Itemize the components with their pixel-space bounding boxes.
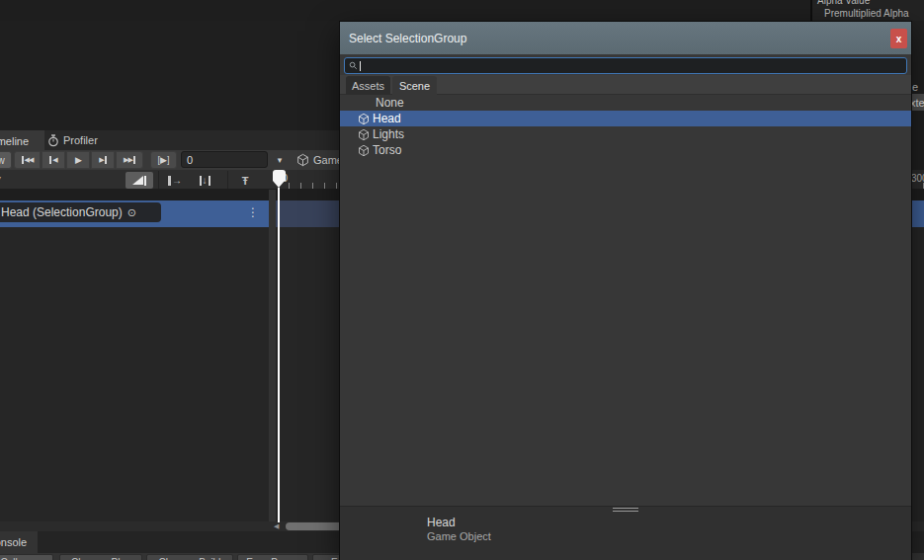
object-picker-icon[interactable]: ⊙ <box>127 206 136 219</box>
tab-assets[interactable]: Assets <box>346 76 390 95</box>
ruler-label-300: 300 <box>911 173 924 184</box>
track-name-label: Head (SelectionGroup) <box>1 205 123 219</box>
pin-icon: Ŧ <box>242 175 249 187</box>
tab-timeline-label: Timeline <box>0 135 29 147</box>
toolbar-separator <box>158 171 159 189</box>
go-to-end-button[interactable]: ▶▶ <box>116 151 143 169</box>
play-range-icon: [▶] <box>158 155 170 165</box>
frame-number-value: 0 <box>187 154 193 166</box>
select-selectiongroup-dialog: Select SelectionGroup x Assets Scene Non… <box>339 21 912 560</box>
tab-timeline[interactable]: Timeline <box>0 130 44 151</box>
list-item-label: Head <box>373 112 401 125</box>
track-name-field[interactable]: Head (SelectionGroup) ⊙ <box>0 202 161 222</box>
list-item-torso[interactable]: Torso <box>340 142 911 158</box>
previous-frame-icon: ◀ <box>49 156 56 164</box>
preview-resize-handle[interactable] <box>613 508 638 514</box>
marker-pin-button[interactable]: Ŧ <box>233 172 257 189</box>
go-to-end-icon: ▶▶ <box>124 156 135 164</box>
cube-icon <box>296 153 309 167</box>
preview-toggle-label: Preview <box>0 155 5 166</box>
console-error-pause-button[interactable]: Error Pause <box>237 554 308 560</box>
play-icon: ▶ <box>75 155 81 165</box>
menu-item-alpha-value[interactable]: Alpha Value <box>817 0 870 6</box>
timeline-splitter[interactable] <box>269 190 276 521</box>
tab-console-label: Console <box>0 536 27 548</box>
close-icon: x <box>896 34 902 44</box>
playhead-marker[interactable] <box>273 170 286 188</box>
replace-mode-button[interactable]: ↓ <box>190 172 219 189</box>
next-frame-button[interactable]: ▶ <box>91 151 115 169</box>
search-input[interactable] <box>363 60 902 72</box>
stopwatch-icon <box>47 134 59 147</box>
go-to-start-button[interactable]: ◀◀ <box>14 151 41 169</box>
close-button[interactable]: x <box>890 29 907 48</box>
tab-profiler-label: Profiler <box>63 134 98 146</box>
frame-options-dropdown[interactable]: ▾ <box>271 151 289 169</box>
ripple-mode-icon <box>168 176 171 186</box>
object-list: None Head Lights Torso <box>340 95 911 506</box>
console-clear-on-build-button[interactable]: Clear on Build <box>146 554 233 560</box>
replace-mode-icon <box>200 176 202 186</box>
go-to-start-icon: ◀◀ <box>22 156 34 164</box>
previous-frame-button[interactable]: ◀ <box>42 151 65 169</box>
text-cursor <box>360 61 361 71</box>
mix-mode-button[interactable] <box>126 172 153 189</box>
preview-panel: Head Game Object <box>340 506 911 560</box>
frame-number-field[interactable]: 0 <box>181 151 268 168</box>
ripple-mode-button[interactable]: → <box>162 172 188 189</box>
toolbar-separator <box>227 171 228 189</box>
gameobject-cube-icon <box>358 128 370 141</box>
list-item-label: Lights <box>373 127 404 141</box>
right-edge-text-e: e <box>912 81 918 93</box>
dialog-title: Select SelectionGroup <box>349 32 466 45</box>
menu-item-premultiplied-alpha[interactable]: Premultiplied Alpha <box>824 8 909 19</box>
list-item-lights[interactable]: Lights <box>340 126 911 142</box>
chevron-down-icon: ▾ <box>278 155 283 165</box>
list-item-label: Torso <box>373 143 401 157</box>
list-item-head[interactable]: Head <box>340 111 911 126</box>
play-button[interactable]: ▶ <box>66 151 90 169</box>
preview-object-name: Head <box>427 516 456 529</box>
gameobject-cube-icon <box>358 113 370 125</box>
tab-assets-label: Assets <box>352 80 384 92</box>
right-edge-text-xte: xte <box>910 97 924 109</box>
search-icon <box>349 61 358 70</box>
preview-toggle-button[interactable]: Preview <box>0 151 12 169</box>
track-header-selected[interactable]: Head (SelectionGroup) ⊙ ⋮ <box>0 200 269 227</box>
tab-scene[interactable]: Scene <box>392 76 437 96</box>
tab-scene-label: Scene <box>399 80 430 92</box>
menu-panel-divider <box>810 0 812 21</box>
list-item-label: None <box>376 96 404 110</box>
play-range-button[interactable]: [▶] <box>150 151 177 169</box>
mix-mode-icon <box>132 176 143 185</box>
track-menu-kebab-icon[interactable]: ⋮ <box>247 205 259 219</box>
console-clear-on-play-button[interactable]: Clear on Play <box>59 554 142 560</box>
tab-console[interactable]: Console <box>0 531 38 553</box>
next-frame-icon: ▶ <box>99 156 106 164</box>
playhead-line <box>278 188 280 522</box>
row2-dropdown-fragment[interactable]: ▾ <box>0 174 1 183</box>
gameobject-cube-icon <box>358 144 370 157</box>
tab-profiler[interactable]: Profiler <box>47 130 117 150</box>
right-edge-highlighted-fragment: xte <box>910 94 924 111</box>
dialog-title-bar[interactable]: Select SelectionGroup <box>340 22 911 54</box>
top-background <box>0 0 924 21</box>
search-field[interactable] <box>344 57 907 74</box>
list-item-none[interactable]: None <box>340 95 911 111</box>
console-collapse-button[interactable]: Collapse <box>0 554 53 560</box>
preview-object-type: Game Object <box>427 530 491 542</box>
scrollbar-left-arrow-icon[interactable]: ◀ <box>274 521 279 531</box>
